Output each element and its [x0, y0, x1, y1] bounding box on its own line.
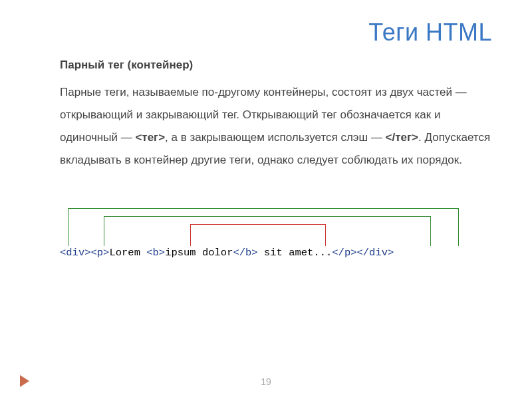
code-text3: sit amet... — [258, 247, 332, 259]
bracket-inner — [190, 224, 326, 246]
code-text1: Lorem — [109, 247, 146, 259]
slide-subtitle: Парный тег (контейнер) — [60, 59, 492, 72]
slide-title: Теги HTML — [60, 19, 492, 47]
code-text2: ipsum dolor — [165, 247, 233, 259]
tag-close-b: </b> — [233, 247, 257, 259]
body-text: Парные теги, называемые по-другому конте… — [60, 81, 492, 172]
page-number: 19 — [0, 376, 532, 387]
tag-open-divp: <div><p> — [60, 247, 109, 259]
nesting-diagram: <div><p>Lorem <b>ipsum dolor</b> sit ame… — [60, 208, 492, 301]
tag-close-pdiv: </p></div> — [332, 247, 394, 259]
code-line: <div><p>Lorem <b>ipsum dolor</b> sit ame… — [60, 247, 394, 259]
tag-open-b: <b> — [146, 247, 165, 259]
